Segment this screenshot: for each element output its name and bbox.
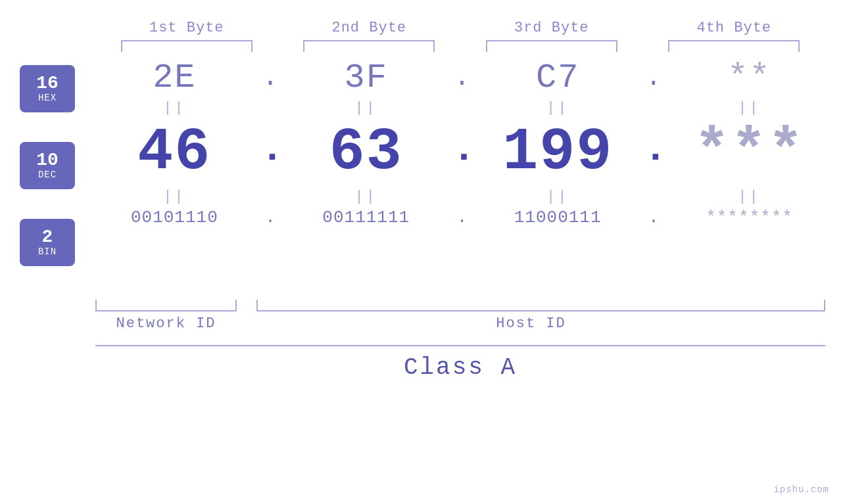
- dec-value-1: 46: [137, 119, 211, 186]
- dec-cell-1: 46: [109, 119, 240, 186]
- byte-headers: 1st Byte 2nd Byte 3rd Byte 4th Byte: [0, 0, 845, 36]
- hex-cell-4: **: [684, 58, 815, 97]
- bin-cell-2: 00111111: [301, 208, 432, 227]
- hex-dot-1: .: [260, 63, 280, 93]
- dec-cell-2: 63: [301, 119, 432, 186]
- bin-dot-2: .: [452, 208, 471, 227]
- badge-dec-number: 10: [36, 151, 59, 170]
- bracket-2: [303, 40, 435, 52]
- bin-value-1: 00101110: [131, 208, 218, 227]
- badge-hex-label: HEX: [38, 93, 57, 103]
- bottom-section: Network ID Host ID: [0, 300, 845, 332]
- badge-hex-number: 16: [36, 74, 59, 93]
- badge-dec-label: DEC: [38, 170, 57, 180]
- hex-cell-2: 3F: [301, 58, 432, 97]
- bin-row: 00101110 . 00111111 . 11000111 . *******…: [99, 208, 825, 227]
- bin-cell-3: 11000111: [492, 208, 623, 227]
- byte-header-4: 4th Byte: [668, 20, 800, 36]
- hex-row: 2E . 3F . C7 . **: [99, 58, 825, 97]
- class-label: Class A: [95, 354, 825, 381]
- network-id-label: Network ID: [95, 315, 237, 332]
- bottom-labels: Network ID Host ID: [95, 315, 825, 332]
- class-section: Class A: [0, 345, 845, 381]
- hex-value-1: 2E: [153, 58, 196, 97]
- badge-bin: 2 BIN: [20, 219, 75, 266]
- hex-value-3: C7: [536, 58, 579, 97]
- bin-dot-3: .: [644, 208, 664, 227]
- bracket-1: [121, 40, 253, 52]
- bin-value-2: 00111111: [322, 208, 410, 227]
- hex-dot-3: .: [644, 63, 664, 93]
- host-id-label: Host ID: [237, 315, 825, 332]
- badge-bin-number: 2: [42, 228, 53, 246]
- dec-dot-2: .: [452, 127, 471, 172]
- byte-header-3: 3rd Byte: [486, 20, 617, 36]
- bracket-4: [668, 40, 800, 52]
- bottom-brackets: [95, 300, 825, 311]
- equals-row-1: || || || ||: [99, 100, 825, 116]
- equals-1-2: ||: [301, 100, 432, 116]
- hex-value-2: 3F: [345, 58, 388, 97]
- equals-1-3: ||: [492, 100, 623, 116]
- equals-2-3: ||: [492, 189, 623, 205]
- equals-2-4: ||: [684, 189, 815, 205]
- dec-row: 46 . 63 . 199 . ***: [99, 119, 825, 186]
- bin-cell-1: 00101110: [109, 208, 240, 227]
- bin-value-4: ********: [706, 208, 793, 227]
- class-line: [95, 345, 825, 346]
- dec-dot-3: .: [644, 127, 664, 172]
- equals-2-2: ||: [301, 189, 432, 205]
- byte-header-2: 2nd Byte: [303, 20, 435, 36]
- equals-2-1: ||: [109, 189, 240, 205]
- watermark: ipshu.com: [773, 484, 829, 495]
- equals-1-1: ||: [109, 100, 240, 116]
- bin-cell-4: ********: [684, 208, 815, 227]
- bottom-bracket-host: [256, 300, 825, 311]
- equals-1-4: ||: [684, 100, 815, 116]
- main-container: 1st Byte 2nd Byte 3rd Byte 4th Byte 16 H…: [0, 0, 845, 504]
- badges-column: 16 HEX 10 DEC 2 BIN: [20, 65, 92, 296]
- hex-cell-1: 2E: [109, 58, 240, 97]
- dec-cell-4: ***: [684, 119, 815, 186]
- bracket-3: [486, 40, 617, 52]
- badge-dec: 10 DEC: [20, 142, 75, 189]
- values-grid: 2E . 3F . C7 . ** || ||: [99, 58, 825, 227]
- dec-cell-3: 199: [492, 119, 623, 186]
- bin-dot-1: .: [260, 208, 280, 227]
- hex-cell-3: C7: [492, 58, 623, 97]
- dec-dot-1: .: [260, 127, 280, 172]
- hex-dot-2: .: [452, 63, 471, 93]
- badge-bin-label: BIN: [38, 246, 57, 257]
- badge-hex: 16 HEX: [20, 65, 75, 112]
- top-brackets-row: [0, 40, 845, 52]
- dec-value-2: 63: [329, 119, 403, 186]
- hex-value-4: **: [727, 58, 771, 97]
- equals-row-2: || || || ||: [99, 189, 825, 205]
- byte-header-1: 1st Byte: [121, 20, 253, 36]
- bottom-bracket-network: [95, 300, 237, 311]
- bin-value-3: 11000111: [514, 208, 602, 227]
- content-area: 16 HEX 10 DEC 2 BIN 2E . 3F: [0, 58, 845, 296]
- dec-value-4: ***: [694, 119, 805, 186]
- dec-value-3: 199: [502, 119, 613, 186]
